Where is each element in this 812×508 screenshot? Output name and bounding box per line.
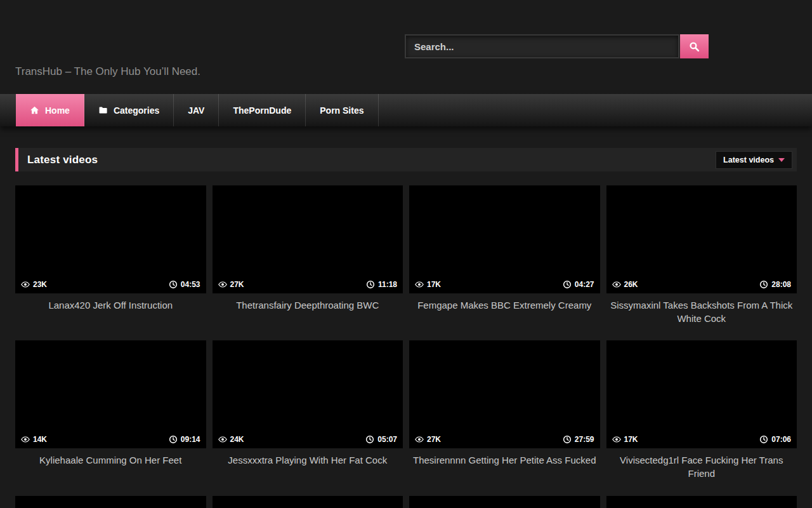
video-title[interactable]: Jessxxxtra Playing With Her Fat Cock	[213, 454, 403, 467]
nav-item-label: Porn Sites	[320, 105, 363, 116]
video-thumbnail[interactable]	[409, 496, 600, 508]
eye-icon	[21, 435, 30, 444]
video-stats: 17K 04:27	[409, 280, 600, 293]
video-duration-stat: 04:53	[169, 280, 200, 289]
section-title: Latest videos	[27, 154, 98, 166]
video-card[interactable]: 17K 04:27 Femgape Makes BBC Extremely Cr…	[409, 185, 600, 325]
section-header: Latest videos Latest videos	[15, 148, 797, 171]
sort-dropdown[interactable]: Latest videos	[716, 151, 792, 169]
nav-item-label: Categories	[114, 105, 159, 116]
clock-icon	[366, 280, 375, 289]
clock-icon	[759, 435, 768, 444]
page-header: TransHub – The Only Hub You’ll Need.	[0, 0, 812, 94]
eye-icon	[218, 280, 227, 289]
video-thumbnail[interactable]	[213, 496, 403, 508]
video-title[interactable]: Femgape Makes BBC Extremely Creamy	[409, 299, 600, 312]
nav-item-categories[interactable]: Categories	[84, 94, 174, 126]
video-views-stat: 17K	[612, 435, 638, 444]
clock-icon	[169, 435, 178, 444]
video-thumbnail[interactable]: 17K 07:06	[606, 340, 797, 448]
video-views: 27K	[230, 280, 244, 289]
nav-item-label: JAV	[188, 105, 204, 116]
video-views: 17K	[427, 280, 441, 289]
video-views: 27K	[427, 435, 441, 444]
video-card[interactable]: 23K 04:53 Lanax420 Jerk Off Instruction	[15, 185, 206, 325]
video-duration-stat: 11:18	[366, 280, 397, 289]
sort-dropdown-label: Latest videos	[723, 156, 774, 164]
video-views-stat: 14K	[21, 435, 47, 444]
video-card[interactable]: 17K 07:06 Vivisectedg1rl Face Fucking He…	[606, 340, 797, 480]
video-card-partial[interactable]	[409, 496, 600, 508]
nav-item-home[interactable]: Home	[16, 94, 84, 126]
video-card[interactable]: 14K 09:14 Kyliehaale Cumming On Her Feet	[15, 340, 206, 480]
video-views-stat: 23K	[21, 280, 47, 289]
video-thumbnail[interactable]: 23K 04:53	[15, 185, 206, 293]
main-navigation: Home Categories JAV ThePornDude Porn Sit…	[0, 94, 812, 126]
video-stats: 27K 11:18	[213, 280, 403, 293]
video-card[interactable]: 24K 05:07 Jessxxxtra Playing With Her Fa…	[213, 340, 403, 480]
eye-icon	[218, 435, 227, 444]
video-views-stat: 24K	[218, 435, 244, 444]
video-duration: 04:27	[575, 280, 594, 289]
video-thumbnail[interactable]: 17K 04:27	[409, 185, 600, 293]
video-thumbnail[interactable]: 24K 05:07	[213, 340, 403, 448]
clock-icon	[169, 280, 178, 289]
video-thumbnail[interactable]: 27K 11:18	[213, 185, 403, 293]
video-views: 14K	[33, 435, 47, 444]
video-title[interactable]: Vivisectedg1rl Face Fucking Her Trans Fr…	[606, 454, 797, 480]
nav-item-jav[interactable]: JAV	[174, 94, 219, 126]
video-views: 24K	[230, 435, 244, 444]
video-duration: 11:18	[378, 280, 397, 289]
video-card[interactable]: 27K 27:59 Thesirennnn Getting Her Petite…	[409, 340, 600, 480]
video-stats: 14K 09:14	[15, 435, 206, 448]
video-title[interactable]: Sissymaxinl Takes Backshots From A Thick…	[606, 299, 797, 325]
eye-icon	[612, 280, 621, 289]
video-thumbnail[interactable]	[15, 496, 206, 508]
video-grid: 23K 04:53 Lanax420 Jerk Off Instruction	[15, 185, 797, 508]
site-title: TransHub – The Only Hub You’ll Need.	[15, 65, 200, 78]
video-title[interactable]: Lanax420 Jerk Off Instruction	[15, 299, 206, 312]
video-card[interactable]: 27K 11:18 Thetransfairy Deepthroating BW…	[213, 185, 403, 325]
clock-icon	[563, 280, 572, 289]
video-views-stat: 26K	[612, 280, 638, 289]
video-views: 17K	[624, 435, 638, 444]
video-thumbnail[interactable]: 14K 09:14	[15, 340, 206, 448]
video-card[interactable]: 26K 28:08 Sissymaxinl Takes Backshots Fr…	[606, 185, 797, 325]
video-thumbnail[interactable]: 26K 28:08	[606, 185, 797, 293]
video-thumbnail[interactable]	[606, 496, 797, 508]
video-duration-stat: 05:07	[365, 435, 397, 444]
video-card-partial[interactable]	[606, 496, 797, 508]
home-icon	[30, 105, 39, 115]
magnifier-icon	[688, 41, 700, 53]
video-views-stat: 17K	[415, 280, 441, 289]
video-stats: 26K 28:08	[606, 280, 797, 293]
eye-icon	[415, 280, 424, 289]
video-views: 26K	[624, 280, 638, 289]
video-title[interactable]: Kyliehaale Cumming On Her Feet	[15, 454, 206, 467]
nav-item-porn-sites[interactable]: Porn Sites	[306, 94, 378, 126]
video-views-stat: 27K	[415, 435, 441, 444]
search-input[interactable]	[405, 34, 679, 58]
clock-icon	[365, 435, 374, 444]
search-button[interactable]	[680, 34, 709, 58]
nav-item-theporndude[interactable]: ThePornDude	[219, 94, 306, 126]
video-duration: 28:08	[771, 280, 791, 289]
video-title[interactable]: Thetransfairy Deepthroating BWC	[213, 299, 403, 312]
video-thumbnail[interactable]: 27K 27:59	[409, 340, 600, 448]
video-stats: 24K 05:07	[213, 435, 403, 448]
video-views-stat: 27K	[218, 280, 244, 289]
video-card-partial[interactable]	[213, 496, 403, 508]
video-duration: 07:06	[771, 435, 791, 444]
eye-icon	[612, 435, 621, 444]
video-duration-stat: 07:06	[759, 435, 791, 444]
video-duration-stat: 04:27	[563, 280, 594, 289]
video-card-partial[interactable]	[15, 496, 206, 508]
video-duration: 04:53	[181, 280, 200, 289]
video-duration: 27:59	[575, 435, 594, 444]
video-duration-stat: 28:08	[759, 280, 791, 289]
video-stats: 17K 07:06	[606, 435, 797, 448]
video-views: 23K	[33, 280, 47, 289]
video-title[interactable]: Thesirennnn Getting Her Petite Ass Fucke…	[409, 454, 600, 467]
search-form	[405, 34, 709, 58]
video-stats: 27K 27:59	[409, 435, 600, 448]
